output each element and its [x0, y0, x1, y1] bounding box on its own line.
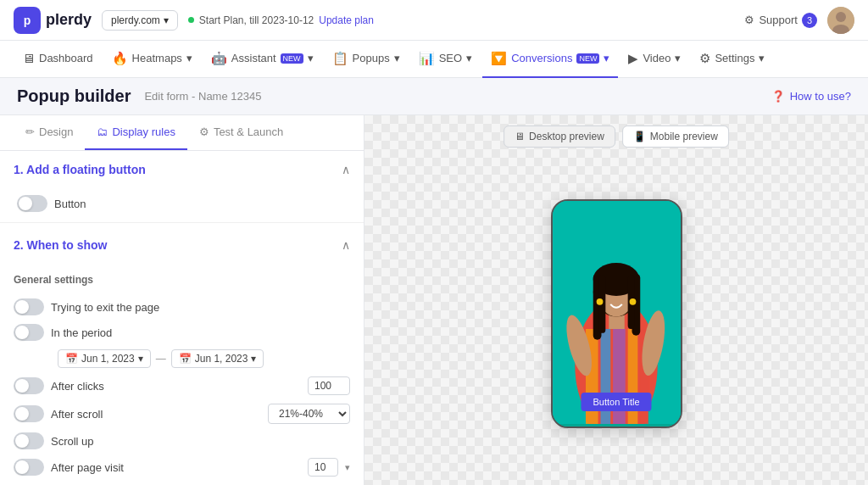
- tab-display-rules-label: Display rules: [112, 125, 175, 138]
- desktop-preview-button[interactable]: 🖥 Desktop preview: [504, 125, 615, 148]
- exit-label: Trying to exit the page: [51, 301, 350, 314]
- tab-design[interactable]: ✏ Design: [14, 115, 85, 150]
- phone-preview-image: Button Title: [553, 201, 681, 426]
- nav-label-assistant: Assistant: [231, 52, 276, 64]
- clicks-toggle[interactable]: [14, 377, 44, 394]
- chevron-down-icon: ▾: [186, 52, 192, 64]
- nav-item-seo[interactable]: 📊 SEO ▾: [410, 41, 481, 78]
- calendar-icon: 📅: [179, 353, 192, 365]
- button-toggle-row: Button: [0, 188, 364, 219]
- nav-item-video[interactable]: ▶ Video ▾: [620, 41, 689, 78]
- main-nav: 🖥 Dashboard 🔥 Heatmaps ▾ 🤖 Assistant NEW…: [0, 41, 868, 78]
- toggle-knob: [15, 460, 29, 474]
- mobile-preview-button[interactable]: 📱 Mobile preview: [622, 125, 729, 148]
- when-to-show-section-header[interactable]: 2. When to show ∧: [0, 226, 364, 264]
- clicks-row: After clicks: [14, 372, 350, 399]
- nav-item-dashboard[interactable]: 🖥 Dashboard: [14, 41, 102, 78]
- period-toggle[interactable]: [14, 324, 44, 341]
- nav-item-popups[interactable]: 📋 Popups ▾: [324, 41, 409, 78]
- left-panel: ✏ Design 🗂 Display rules ⚙ Test & Launch…: [0, 115, 364, 485]
- chevron-down-icon: ▾: [394, 52, 400, 64]
- phone-button-title: Button Title: [581, 393, 651, 411]
- svg-point-1: [836, 12, 846, 22]
- grid-icon: 🗂: [97, 125, 108, 138]
- date-from-select[interactable]: 📅 Jun 1, 2023 ▾: [58, 349, 151, 368]
- plan-badge: Start Plan, till 2023-10-12 Update plan: [188, 14, 374, 26]
- heatmaps-icon: 🔥: [112, 51, 128, 66]
- chevron-down-icon: ▾: [466, 52, 472, 64]
- scroll-up-toggle[interactable]: [14, 432, 44, 449]
- logo[interactable]: p plerdy: [14, 7, 92, 34]
- tab-display-rules[interactable]: 🗂 Display rules: [85, 115, 186, 150]
- chevron-down-icon: ▾: [138, 353, 143, 365]
- nav-item-conversions[interactable]: 🔽 Conversions NEW ▾: [482, 41, 618, 78]
- toggle-knob: [19, 197, 32, 210]
- nav-label-conversions: Conversions: [511, 52, 572, 64]
- page-visit-toggle[interactable]: [14, 459, 44, 476]
- button-toggle-label: Button: [54, 198, 86, 210]
- general-settings: General settings Trying to exit the page…: [0, 264, 364, 485]
- topbar-right: ⚙ Support 3: [744, 7, 854, 34]
- help-link[interactable]: ❓ How to use?: [771, 90, 851, 103]
- tab-test-launch[interactable]: ⚙ Test & Launch: [187, 115, 295, 150]
- right-panel-preview: 🖥 Desktop preview 📱 Mobile preview: [364, 115, 868, 485]
- nav-label-dashboard: Dashboard: [39, 52, 93, 64]
- desktop-preview-label: Desktop preview: [529, 131, 604, 142]
- update-plan-link[interactable]: Update plan: [319, 14, 374, 26]
- floating-button-title: 1. Add a floating button: [14, 163, 146, 176]
- clicks-input[interactable]: [308, 376, 350, 395]
- gear-icon: ⚙: [744, 14, 754, 26]
- assistant-badge: NEW: [281, 53, 303, 64]
- help-label: How to use?: [790, 90, 851, 103]
- user-avatar[interactable]: [827, 7, 854, 34]
- popups-icon: 📋: [332, 51, 348, 66]
- scroll-toggle[interactable]: [14, 405, 44, 422]
- exit-toggle[interactable]: [14, 298, 44, 315]
- assistant-icon: 🤖: [211, 51, 227, 66]
- question-icon: ❓: [771, 90, 785, 103]
- toggle-knob: [15, 326, 29, 339]
- chevron-down-icon: ▾: [759, 52, 765, 64]
- chevron-up-icon: ∧: [342, 163, 350, 176]
- nav-label-seo: SEO: [439, 52, 462, 64]
- avatar-image: [827, 7, 854, 34]
- scroll-select[interactable]: 21%-40% 0%-20% 41%-60% 61%-80% 81%-100%: [268, 404, 350, 424]
- clicks-label: After clicks: [51, 380, 301, 393]
- chevron-down-icon: ▾: [308, 52, 314, 64]
- logo-text: plerdy: [46, 11, 92, 29]
- svg-point-22: [629, 298, 636, 305]
- scroll-label: After scroll: [51, 408, 261, 421]
- seo-icon: 📊: [419, 51, 435, 66]
- support-label: Support: [759, 14, 798, 26]
- page-visit-input[interactable]: [308, 458, 338, 477]
- pencil-icon: ✏: [25, 125, 35, 138]
- dashboard-icon: 🖥: [22, 51, 35, 65]
- tab-design-label: Design: [39, 125, 73, 138]
- mobile-icon: 📱: [633, 131, 646, 142]
- period-date-row: 📅 Jun 1, 2023 ▾ — 📅 Jun 1, 2023 ▾: [14, 345, 350, 372]
- support-count-badge: 3: [802, 13, 817, 28]
- conversions-icon: 🔽: [491, 51, 507, 66]
- nav-item-assistant[interactable]: 🤖 Assistant NEW ▾: [203, 41, 322, 78]
- nav-label-settings: Settings: [715, 52, 754, 64]
- nav-item-settings[interactable]: ⚙ Settings ▾: [691, 41, 773, 78]
- nav-label-heatmaps: Heatmaps: [132, 52, 182, 64]
- floating-button-section-header[interactable]: 1. Add a floating button ∧: [0, 151, 364, 188]
- date-to-select[interactable]: 📅 Jun 1, 2023 ▾: [171, 349, 264, 368]
- button-toggle[interactable]: [17, 195, 47, 212]
- topbar: p plerdy plerdy.com ▾ Start Plan, till 2…: [0, 0, 868, 41]
- scroll-up-row: Scroll up: [14, 428, 350, 454]
- nav-item-heatmaps[interactable]: 🔥 Heatmaps ▾: [103, 41, 201, 78]
- plan-text: Start Plan, till 2023-10-12: [199, 14, 314, 26]
- phone-mockup: Button Title: [551, 199, 682, 428]
- plan-status-dot: [188, 17, 194, 23]
- toggle-knob: [15, 434, 29, 448]
- divider: [0, 222, 364, 223]
- calendar-icon: 📅: [65, 353, 78, 365]
- page-visit-row: After page visit ▾: [14, 454, 350, 481]
- support-button[interactable]: ⚙ Support 3: [744, 13, 817, 28]
- chevron-down-icon: ▾: [675, 52, 681, 64]
- domain-selector[interactable]: plerdy.com ▾: [102, 10, 178, 31]
- nav-label-video: Video: [643, 52, 670, 64]
- nav-label-popups: Popups: [353, 52, 390, 64]
